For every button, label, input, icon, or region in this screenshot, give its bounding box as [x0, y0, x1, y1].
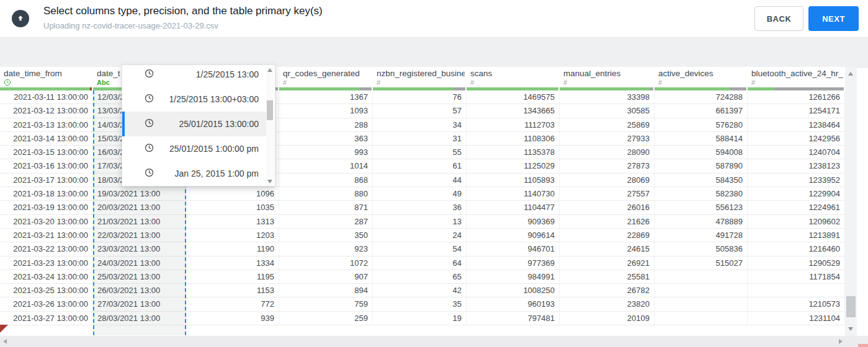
- cell: 2021-03-15 13:00:00: [0, 146, 93, 159]
- cell: 2021-03-16 13:00:00: [0, 159, 93, 172]
- cell: 25869: [560, 118, 655, 131]
- dropdown-scroll-up-icon[interactable]: [267, 68, 272, 72]
- cell: 478889: [655, 215, 748, 228]
- vertical-scrollbar[interactable]: [845, 67, 857, 336]
- cell: 1233952: [748, 174, 845, 187]
- date-format-option[interactable]: Jan 25, 2015 1:00 pm: [122, 161, 266, 186]
- date-format-label: 1/25/2015 13:00+03:00: [154, 94, 259, 104]
- date-format-label: Jan 25, 2015 1:00 pm: [154, 169, 259, 178]
- cell: 2021-03-11 13:00:00: [0, 90, 93, 103]
- scroll-up-icon[interactable]: [848, 72, 853, 76]
- column-name: manual_entries: [563, 69, 620, 78]
- column-name: active_devices: [658, 69, 714, 78]
- scroll-down-icon[interactable]: [848, 327, 853, 331]
- cell: 64: [373, 257, 467, 270]
- cell: 491728: [655, 229, 748, 242]
- cell: 24615: [560, 242, 655, 255]
- cell: 1209602: [748, 215, 845, 228]
- column-header-nzbn_registered_busine[interactable]: nzbn_registered_busine#: [373, 67, 467, 90]
- scroll-right-icon[interactable]: [839, 339, 843, 344]
- cell: 1242956: [748, 132, 845, 145]
- scroll-left-icon[interactable]: [3, 339, 7, 344]
- horizontal-scrollbar[interactable]: [0, 336, 868, 347]
- cell: 28090: [560, 146, 655, 159]
- cell: 1216460: [748, 242, 845, 255]
- cell: [655, 270, 748, 283]
- cell: 894: [279, 284, 373, 297]
- cell: 1093: [279, 104, 373, 117]
- cell: 1203: [186, 229, 279, 242]
- column-header-active_devices[interactable]: active_devices#: [655, 67, 748, 90]
- cell: 868: [279, 174, 373, 187]
- column-name: date_time_from: [4, 69, 62, 78]
- cell: 1229904: [748, 187, 845, 200]
- column-header-qr_codes_generated[interactable]: qr_codes_generated#: [279, 67, 373, 90]
- cell: [655, 312, 748, 325]
- column-header-manual_entries[interactable]: manual_entries#: [560, 67, 655, 90]
- cell: 1343665: [467, 104, 560, 117]
- cell: 984991: [467, 270, 560, 283]
- date-format-dropdown-panel: 1/25/2015 13:001/25/2015 13:00+03:0025/0…: [122, 64, 275, 187]
- cell: 259: [279, 312, 373, 325]
- cell: 1072: [279, 257, 373, 270]
- dropdown-scrollbar[interactable]: [266, 67, 274, 185]
- cell: 2021-03-14 13:00:00: [0, 132, 93, 145]
- cell: 880: [279, 187, 373, 200]
- type-toolbar: Tt Date / time # $ →0.00 ←0.00: [0, 38, 868, 68]
- cell: 33398: [560, 90, 655, 103]
- cell: 36: [373, 201, 467, 214]
- table-row: 2021-03-23 13:00:0024/03/2021 13:0013341…: [0, 257, 845, 270]
- vertical-scroll-thumb[interactable]: [846, 296, 856, 317]
- date-format-label: 1/25/2015 13:00: [154, 69, 259, 79]
- back-button[interactable]: BACK: [754, 6, 803, 31]
- cell: 20/03/2021 13:00: [93, 201, 186, 214]
- cell: 26/03/2021 13:00: [93, 284, 186, 297]
- cell: 13: [373, 215, 467, 228]
- clock-icon: [145, 143, 154, 154]
- cell: 2021-03-22 13:00:00: [0, 242, 93, 255]
- cell: 923: [279, 242, 373, 255]
- cell: 27/03/2021 13:00: [93, 297, 186, 310]
- cell: 1105893: [467, 174, 560, 187]
- table-row: 2021-03-22 13:00:0023/03/2021 13:0011909…: [0, 242, 845, 256]
- dropdown-scroll-down-icon[interactable]: [267, 180, 272, 183]
- cell: 584350: [655, 174, 748, 187]
- cell: 1035: [186, 201, 279, 214]
- cell: 661397: [655, 104, 748, 117]
- cell: 1112703: [467, 118, 560, 131]
- load-indicator: [858, 344, 868, 347]
- cell: 1171854: [748, 270, 845, 283]
- column-name: nzbn_registered_busine: [377, 69, 465, 78]
- cell: 54: [373, 242, 467, 255]
- date-format-option[interactable]: 1/25/2015 13:00+03:00: [122, 87, 266, 112]
- date-format-option[interactable]: 25/01/2015 1:00:00 pm: [122, 136, 266, 161]
- column-header-scans[interactable]: scans#: [467, 67, 560, 90]
- date-format-option[interactable]: 25/01/2015 13:00:00: [122, 112, 266, 136]
- cell: 2021-03-20 13:00:00: [0, 215, 93, 228]
- cell: 65: [373, 270, 467, 283]
- column-name: bluetooth_active_24_hr_: [751, 69, 843, 78]
- cell: 23820: [560, 297, 655, 310]
- column-header-date_time_from[interactable]: date_time_from: [0, 67, 93, 90]
- cell: 1469575: [467, 90, 560, 103]
- cell: 287: [279, 215, 373, 228]
- cell: 21/03/2021 13:00: [93, 215, 186, 228]
- number-type-icon: #: [751, 79, 755, 87]
- cell: 1261266: [748, 90, 845, 103]
- cell: 1254171: [748, 104, 845, 117]
- date-format-list: 1/25/2015 13:001/25/2015 13:00+03:0025/0…: [122, 64, 266, 186]
- number-type-icon: #: [563, 79, 567, 87]
- page-header: Select columns type, precision, and the …: [0, 0, 868, 38]
- error-marker-icon: [0, 325, 8, 333]
- cell: 31: [373, 132, 467, 145]
- cell: 19/03/2021 13:00: [93, 187, 186, 200]
- cell: 49: [373, 187, 467, 200]
- cell: 1290529: [748, 257, 845, 270]
- date-format-option[interactable]: 1/25/2015 13:00: [122, 64, 266, 87]
- cell: 588414: [655, 132, 748, 145]
- cell: 35: [373, 297, 467, 310]
- cell: 1108306: [467, 132, 560, 145]
- dropdown-scroll-thumb[interactable]: [267, 100, 273, 120]
- column-header-bluetooth_active_24_hr_[interactable]: bluetooth_active_24_hr_#: [748, 67, 845, 90]
- next-button[interactable]: NEXT: [808, 6, 859, 31]
